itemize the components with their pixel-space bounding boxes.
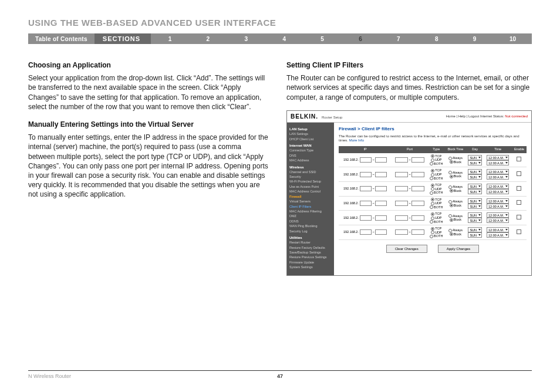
time-select[interactable]: 12:00 A.M. bbox=[487, 227, 509, 232]
enable-checkbox[interactable] bbox=[517, 157, 521, 161]
sidebar-item[interactable]: Security Log bbox=[289, 229, 332, 234]
time-select[interactable]: 12:00 A.M. bbox=[487, 174, 509, 180]
sidebar-item[interactable]: Wi-Fi Protected Setup bbox=[289, 180, 332, 184]
section-link-4[interactable]: 4 bbox=[265, 36, 303, 42]
port-input[interactable] bbox=[411, 201, 424, 206]
sidebar-item[interactable]: WAN Ping Blocking bbox=[289, 224, 332, 228]
day-select[interactable]: SUN bbox=[468, 174, 482, 180]
time-select[interactable]: 12:00 A.M. bbox=[487, 232, 509, 238]
router-sidebar[interactable]: LAN SetupLAN SettingsDHCP Client ListInt… bbox=[287, 123, 334, 275]
type-radio[interactable]: BOTH bbox=[429, 177, 444, 181]
day-select[interactable]: SUN bbox=[468, 232, 482, 238]
ip-input[interactable] bbox=[375, 172, 387, 177]
time-select[interactable]: 12:00 A.M. bbox=[487, 184, 509, 189]
sidebar-item[interactable]: Security bbox=[289, 175, 332, 179]
blocktime-radio[interactable]: Block bbox=[446, 160, 466, 164]
blocktime-radio[interactable]: Always bbox=[446, 156, 466, 160]
blocktime-radio[interactable]: Always bbox=[446, 228, 466, 232]
blocktime-radio[interactable]: Block bbox=[446, 218, 466, 222]
port-input[interactable] bbox=[395, 201, 408, 206]
time-select[interactable]: 12:00 A.M. bbox=[487, 218, 509, 223]
apply-changes-button[interactable]: Apply Changes bbox=[438, 245, 480, 253]
section-link-6[interactable]: 6 bbox=[342, 36, 380, 42]
ip-input[interactable] bbox=[360, 229, 372, 235]
time-select[interactable]: 12:00 A.M. bbox=[487, 212, 509, 218]
day-select[interactable]: SUN bbox=[468, 212, 482, 218]
ip-input[interactable] bbox=[375, 229, 387, 235]
port-input[interactable] bbox=[395, 157, 408, 163]
day-select[interactable]: SUN bbox=[468, 204, 482, 209]
sidebar-item[interactable]: Save/Backup Settings bbox=[289, 251, 332, 255]
sidebar-item[interactable]: DDNS bbox=[289, 219, 332, 224]
sidebar-item[interactable]: Virtual Servers bbox=[289, 200, 332, 204]
port-input[interactable] bbox=[395, 215, 408, 221]
type-radio[interactable]: BOTH bbox=[429, 205, 444, 209]
sidebar-item[interactable]: Restore Factory Defaults bbox=[289, 246, 332, 250]
sidebar-item[interactable]: System Settings bbox=[289, 265, 332, 269]
ip-input[interactable] bbox=[360, 172, 372, 177]
type-radio[interactable]: BOTH bbox=[429, 234, 444, 238]
section-link-2[interactable]: 2 bbox=[189, 36, 227, 42]
section-link-1[interactable]: 1 bbox=[151, 36, 189, 42]
section-link-8[interactable]: 8 bbox=[417, 36, 456, 42]
section-link-10[interactable]: 10 bbox=[494, 36, 532, 42]
blocktime-radio[interactable]: Block bbox=[446, 204, 466, 208]
day-select[interactable]: SUN bbox=[468, 184, 482, 189]
sidebar-item[interactable]: Restart Router bbox=[289, 241, 332, 245]
section-link-5[interactable]: 5 bbox=[303, 36, 342, 42]
enable-checkbox[interactable] bbox=[517, 200, 521, 205]
sidebar-item[interactable]: Use as Access Point bbox=[289, 185, 332, 189]
type-radio[interactable]: BOTH bbox=[429, 220, 444, 224]
day-select[interactable]: SUN bbox=[468, 160, 482, 165]
ip-input[interactable] bbox=[375, 157, 387, 163]
blocktime-radio[interactable]: Block bbox=[446, 189, 466, 193]
sidebar-item[interactable]: DHCP Client List bbox=[289, 137, 332, 141]
port-input[interactable] bbox=[395, 172, 408, 177]
section-link-7[interactable]: 7 bbox=[379, 36, 417, 42]
blocktime-radio[interactable]: Always bbox=[446, 185, 466, 189]
port-input[interactable] bbox=[395, 186, 408, 191]
port-input[interactable] bbox=[411, 157, 424, 163]
ip-input[interactable] bbox=[360, 186, 372, 191]
sidebar-item[interactable]: DMZ bbox=[289, 214, 332, 218]
top-links[interactable]: Home | Help | Logout Internet Status: No… bbox=[446, 114, 528, 119]
port-input[interactable] bbox=[411, 172, 424, 177]
day-select[interactable]: SUN bbox=[468, 198, 482, 204]
sidebar-item[interactable]: DNS bbox=[289, 154, 332, 158]
ip-input[interactable] bbox=[360, 201, 372, 206]
sidebar-item[interactable]: Client IP Filters bbox=[289, 205, 332, 209]
port-input[interactable] bbox=[411, 215, 424, 221]
ip-input[interactable] bbox=[360, 157, 372, 163]
port-input[interactable] bbox=[411, 229, 424, 235]
enable-checkbox[interactable] bbox=[517, 229, 521, 234]
ip-input[interactable] bbox=[375, 201, 387, 206]
ip-input[interactable] bbox=[360, 215, 372, 221]
type-radio[interactable]: UDP bbox=[429, 216, 444, 220]
sidebar-item[interactable]: MAC Address Filtering bbox=[289, 209, 332, 214]
day-select[interactable]: SUN bbox=[468, 169, 482, 174]
time-select[interactable]: 12:00 A.M. bbox=[487, 160, 509, 165]
day-select[interactable]: SUN bbox=[468, 227, 482, 232]
time-select[interactable]: 12:00 A.M. bbox=[487, 155, 509, 160]
enable-checkbox[interactable] bbox=[517, 171, 521, 176]
enable-checkbox[interactable] bbox=[517, 215, 521, 219]
blocktime-radio[interactable]: Block bbox=[446, 174, 466, 178]
sidebar-item[interactable]: MAC Address Control bbox=[289, 190, 332, 194]
time-select[interactable]: 12:00 A.M. bbox=[487, 189, 509, 194]
type-radio[interactable]: UDP bbox=[429, 158, 444, 162]
enable-checkbox[interactable] bbox=[517, 186, 521, 191]
sidebar-item[interactable]: Firmware Update bbox=[289, 261, 332, 265]
port-input[interactable] bbox=[411, 186, 424, 191]
toc-link[interactable]: Table of Contents bbox=[28, 33, 95, 44]
time-select[interactable]: 12:00 A.M. bbox=[487, 198, 509, 204]
type-radio[interactable]: UDP bbox=[429, 173, 444, 177]
sidebar-item[interactable]: Connection Type bbox=[289, 148, 332, 153]
sidebar-item[interactable]: Restore Previous Settings bbox=[289, 255, 332, 259]
day-select[interactable]: SUN bbox=[468, 155, 482, 160]
ip-input[interactable] bbox=[375, 186, 387, 191]
time-select[interactable]: 12:00 A.M. bbox=[487, 204, 509, 209]
sidebar-item[interactable]: Channel and SSID bbox=[289, 170, 332, 174]
day-select[interactable]: SUN bbox=[468, 189, 482, 194]
sidebar-item[interactable]: MAC Address bbox=[289, 158, 332, 163]
ip-input[interactable] bbox=[375, 215, 387, 221]
